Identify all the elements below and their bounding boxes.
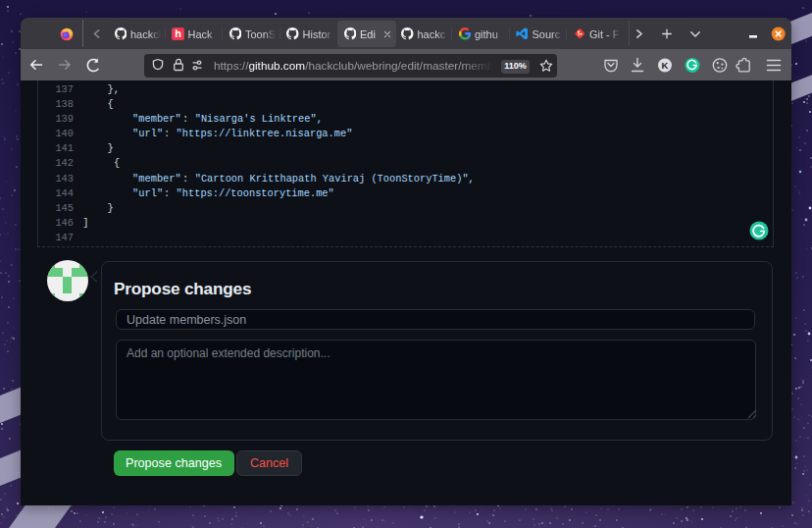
svg-text:K: K xyxy=(662,60,669,71)
